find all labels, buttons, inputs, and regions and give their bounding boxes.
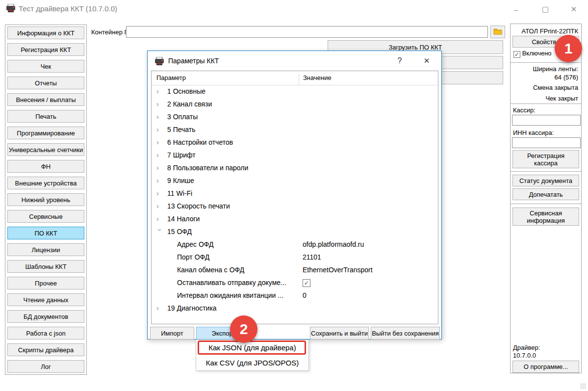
sidebar-item-6[interactable]: Печать <box>7 110 84 123</box>
sidebar-item-8[interactable]: Универсальные счетчики <box>7 143 84 156</box>
tree-row[interactable]: ›9 Клише <box>152 175 438 187</box>
dialog-help-icon[interactable]: ? <box>393 55 407 67</box>
tree-row-label: Канал обмена с ОФД <box>177 266 244 274</box>
tree-row-label: Адрес ОФД <box>177 240 214 248</box>
chevron-right-icon[interactable]: › <box>156 304 163 312</box>
parameters-tree: Параметр Значение ›1 Основные›2 Канал св… <box>151 71 438 324</box>
device-panel: АТОЛ FPrint-22ПТК Свойства ✓ Включено Ши… <box>510 24 582 373</box>
sidebar-item-9[interactable]: ФН <box>7 160 84 173</box>
minimize-button[interactable]: – <box>508 3 524 16</box>
import-button[interactable]: Импорт <box>150 327 194 339</box>
tree-row[interactable]: ›13 Скорость печати <box>152 200 438 213</box>
chevron-right-icon[interactable]: › <box>156 214 163 223</box>
sidebar-item-13[interactable]: ПО ККТ <box>7 227 84 239</box>
dialog-title: Параметры ККТ <box>168 57 219 65</box>
chevron-right-icon[interactable]: › <box>156 163 163 172</box>
print-rest-button[interactable]: Допечатать <box>512 188 579 200</box>
sidebar-item-10[interactable]: Внешние устройства <box>7 177 84 189</box>
sidebar-item-7[interactable]: Программирование <box>7 127 84 139</box>
maximize-button[interactable]: ▢ <box>537 3 554 16</box>
tree-row[interactable]: ›14 Налоги <box>152 213 438 226</box>
sidebar-item-5[interactable]: Внесения / выплаты <box>7 93 84 106</box>
tree-row[interactable]: Порт ОФД21101 <box>152 251 438 264</box>
cashier-inn-label: ИНН кассира: <box>513 129 554 136</box>
sidebar-item-18[interactable]: БД документов <box>7 310 84 323</box>
tree-row[interactable]: ›11 Wi-Fi <box>152 187 438 200</box>
save-and-exit-button[interactable]: Сохранить и выйти <box>310 327 369 339</box>
sidebar-item-1[interactable]: Информация о ККТ <box>7 26 84 39</box>
tree-header: Параметр Значение <box>152 71 438 85</box>
folder-icon <box>493 28 502 36</box>
tree-row[interactable]: ›1 Основные <box>152 85 438 98</box>
app-printer-icon <box>6 4 16 14</box>
tree-row[interactable]: Интервал ожидания квитанции ...0 <box>152 289 438 302</box>
sidebar-item-21[interactable]: Лог <box>7 360 84 373</box>
enabled-checkbox[interactable]: ✓ Включено <box>513 50 552 58</box>
tree-row-label: 6 Настройки отчетов <box>167 138 233 146</box>
highlight-rectangle <box>198 340 306 355</box>
tree-row[interactable]: Адрес ОФДofdp.platformaofd.ru <box>152 238 438 251</box>
sidebar-item-4[interactable]: Отчеты <box>7 77 84 89</box>
divider <box>511 104 581 104</box>
chevron-right-icon[interactable]: › <box>156 202 163 210</box>
sidebar-item-16[interactable]: Прочее <box>7 277 84 289</box>
sidebar-item-11[interactable]: Нижний уровень <box>7 193 84 206</box>
tape-width-value: 64 (576) <box>555 74 578 81</box>
sidebar-item-19[interactable]: Работа с json <box>7 327 84 339</box>
kkt-parameters-dialog: Параметры ККТ ? ✕ Параметр Значение ›1 О… <box>147 51 442 339</box>
export-menu-item-2[interactable]: Как CSV (для JPOS/OPOS) <box>196 355 308 370</box>
tree-row-label: Останавливать отправку докуме... <box>177 279 286 287</box>
checkbox-checked-icon[interactable]: ✓ <box>513 51 520 58</box>
sidebar-item-15[interactable]: Шаблоны ККТ <box>7 260 84 273</box>
driver-label: Драйвер: <box>513 344 540 351</box>
resize-grip[interactable] <box>580 383 586 389</box>
tree-row[interactable]: ›19 Диагностика <box>152 302 438 315</box>
titlebar: Тест драйвера ККТ (10.7.0.0) – ▢ ✕ <box>0 0 588 18</box>
tree-row-value: 0 <box>303 291 307 299</box>
tree-row[interactable]: ›7 Шрифт <box>152 149 438 162</box>
annotation-badge-2: 2 <box>230 315 257 343</box>
tree-row[interactable]: Канал обмена с ОФДEthernetOverTransport <box>152 264 438 277</box>
enabled-label: Включено <box>522 50 552 57</box>
cashier-inn-input[interactable] <box>512 137 581 148</box>
sidebar-item-20[interactable]: Скрипты драйвера <box>7 343 84 356</box>
divider <box>511 62 581 63</box>
sidebar-item-12[interactable]: Сервисные <box>7 210 84 223</box>
cashier-input[interactable] <box>512 115 581 126</box>
device-name: АТОЛ FPrint-22ПТК <box>522 27 578 35</box>
sidebar-item-17[interactable]: Чтение данных <box>7 293 84 306</box>
checkbox-checked-icon[interactable]: ✓ <box>303 279 310 287</box>
close-button[interactable]: ✕ <box>565 3 582 16</box>
chevron-right-icon[interactable]: › <box>156 125 163 133</box>
tree-row[interactable]: ›15 ОФД <box>152 226 438 238</box>
tree-row[interactable]: ›8 Пользователи и пароли <box>152 162 438 175</box>
about-button[interactable]: О программе... <box>512 361 579 373</box>
chevron-right-icon[interactable]: › <box>156 100 163 108</box>
dialog-close-icon[interactable]: ✕ <box>418 55 435 67</box>
tree-row-label: 11 Wi-Fi <box>167 189 192 197</box>
sidebar-item-14[interactable]: Лицензии <box>7 243 84 256</box>
register-cashier-button[interactable]: Регистрация кассира <box>512 150 579 168</box>
chevron-right-icon[interactable]: › <box>156 189 163 197</box>
chevron-right-icon[interactable]: › <box>156 87 163 95</box>
document-status-button[interactable]: Статус документа <box>512 175 579 186</box>
browse-folder-button[interactable] <box>490 26 505 38</box>
tree-row[interactable]: ›3 Оплаты <box>152 111 438 124</box>
exit-without-saving-button[interactable]: Выйти без сохранения <box>371 327 440 339</box>
tree-row[interactable]: ›6 Настройки отчетов <box>152 136 438 149</box>
service-info-button[interactable]: Сервисная информация <box>512 208 579 226</box>
sidebar-item-3[interactable]: Чек <box>7 60 84 73</box>
container-path-input[interactable] <box>126 26 488 38</box>
tree-row[interactable]: ›2 Канал связи <box>152 98 438 111</box>
chevron-right-icon[interactable]: › <box>156 151 163 159</box>
tree-row-label: 9 Клише <box>167 177 194 184</box>
chevron-right-icon[interactable]: › <box>156 176 163 184</box>
tree-row-label: Интервал ожидания квитанции ... <box>177 291 283 299</box>
tree-row-label: 5 Печать <box>167 126 196 133</box>
chevron-right-icon[interactable]: › <box>156 112 163 121</box>
sidebar-item-2[interactable]: Регистрация ККТ <box>7 43 84 56</box>
chevron-right-icon[interactable]: › <box>156 138 163 146</box>
tree-row[interactable]: ›5 Печать <box>152 124 438 136</box>
tree-row[interactable]: Останавливать отправку докуме...✓ <box>152 277 438 289</box>
chevron-down-icon[interactable]: › <box>156 229 164 235</box>
